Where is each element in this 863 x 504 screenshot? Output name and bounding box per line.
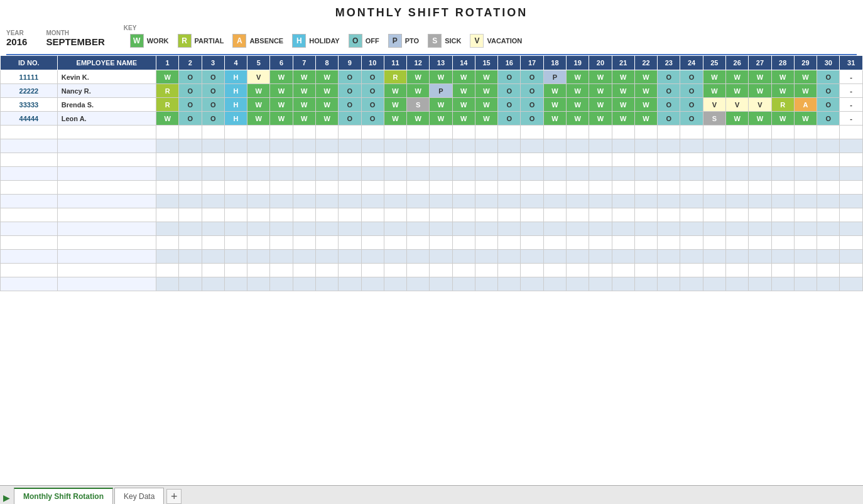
empty-day-9-6[interactable] [293,250,315,264]
empty-day-2-27[interactable] [771,153,794,167]
empty-id-5[interactable] [1,195,58,208]
empty-day-4-6[interactable] [293,181,315,195]
cell-day-2-0[interactable]: R [156,98,178,112]
cell-day-3-7[interactable]: W [315,112,338,126]
cell-day-2-26[interactable]: V [749,98,771,112]
empty-day-11-4[interactable] [247,277,270,291]
empty-day-5-29[interactable] [817,195,840,208]
cell-day-0-17[interactable]: P [543,70,566,84]
empty-day-0-30[interactable] [840,126,863,139]
cell-day-2-18[interactable]: W [567,98,589,112]
cell-day-1-11[interactable]: W [407,84,430,98]
empty-day-7-9[interactable] [361,222,384,236]
empty-day-3-21[interactable] [634,167,657,181]
empty-day-0-1[interactable] [179,126,202,139]
empty-day-6-26[interactable] [749,208,771,222]
cell-day-1-7[interactable]: W [315,84,338,98]
empty-day-3-8[interactable] [339,167,361,181]
cell-day-2-29[interactable]: O [817,98,840,112]
empty-day-1-25[interactable] [726,139,749,153]
cell-day-2-28[interactable]: A [794,98,817,112]
empty-day-7-12[interactable] [430,222,452,236]
cell-day-3-18[interactable]: W [567,112,589,126]
empty-day-10-6[interactable] [293,264,315,277]
empty-day-2-12[interactable] [430,153,452,167]
empty-day-4-7[interactable] [315,181,338,195]
empty-day-6-8[interactable] [339,208,361,222]
empty-day-6-10[interactable] [384,208,406,222]
cell-day-3-13[interactable]: W [452,112,475,126]
empty-day-3-26[interactable] [749,167,771,181]
empty-day-7-8[interactable] [339,222,361,236]
empty-day-11-10[interactable] [384,277,406,291]
empty-day-11-14[interactable] [475,277,497,291]
empty-day-1-0[interactable] [156,139,178,153]
cell-day-1-14[interactable]: W [475,84,497,98]
empty-day-10-4[interactable] [247,264,270,277]
empty-day-4-23[interactable] [680,181,703,195]
empty-day-8-0[interactable] [156,236,178,250]
empty-day-1-22[interactable] [658,139,680,153]
empty-day-4-9[interactable] [361,181,384,195]
empty-day-9-14[interactable] [475,250,497,264]
empty-day-8-1[interactable] [179,236,202,250]
empty-day-3-18[interactable] [567,167,589,181]
empty-day-4-4[interactable] [247,181,270,195]
empty-day-10-8[interactable] [339,264,361,277]
cell-day-0-21[interactable]: W [634,70,657,84]
empty-day-2-13[interactable] [452,153,475,167]
empty-day-8-13[interactable] [452,236,475,250]
empty-day-9-15[interactable] [498,250,521,264]
empty-day-5-4[interactable] [247,195,270,208]
empty-day-10-29[interactable] [817,264,840,277]
empty-day-0-20[interactable] [612,126,634,139]
empty-day-3-25[interactable] [726,167,749,181]
cell-day-1-18[interactable]: W [567,84,589,98]
empty-day-5-12[interactable] [430,195,452,208]
cell-day-0-23[interactable]: O [680,70,703,84]
empty-name-9[interactable] [57,250,156,264]
empty-day-9-28[interactable] [794,250,817,264]
empty-name-8[interactable] [57,236,156,250]
empty-day-5-7[interactable] [315,195,338,208]
empty-day-1-17[interactable] [543,139,566,153]
tab-monthly-shift-rotation[interactable]: Monthly Shift Rotation [14,488,113,504]
empty-day-1-10[interactable] [384,139,406,153]
empty-day-1-28[interactable] [794,139,817,153]
cell-day-3-20[interactable]: W [612,112,634,126]
empty-day-0-4[interactable] [247,126,270,139]
empty-name-3[interactable] [57,167,156,181]
empty-day-10-24[interactable] [703,264,725,277]
empty-name-5[interactable] [57,195,156,208]
empty-day-6-4[interactable] [247,208,270,222]
cell-day-0-3[interactable]: H [224,70,247,84]
cell-day-2-10[interactable]: W [384,98,406,112]
cell-day-3-24[interactable]: S [703,112,725,126]
empty-day-9-3[interactable] [224,250,247,264]
empty-day-5-5[interactable] [270,195,293,208]
empty-day-7-28[interactable] [794,222,817,236]
empty-day-7-29[interactable] [817,222,840,236]
empty-day-8-12[interactable] [430,236,452,250]
empty-day-4-18[interactable] [567,181,589,195]
cell-day-2-16[interactable]: O [521,98,543,112]
cell-day-3-19[interactable]: W [589,112,612,126]
empty-day-3-16[interactable] [521,167,543,181]
empty-day-0-25[interactable] [726,126,749,139]
empty-day-8-30[interactable] [840,236,863,250]
empty-day-2-14[interactable] [475,153,497,167]
cell-day-3-25[interactable]: W [726,112,749,126]
empty-day-10-17[interactable] [543,264,566,277]
empty-day-6-1[interactable] [179,208,202,222]
empty-day-3-7[interactable] [315,167,338,181]
cell-day-0-16[interactable]: O [521,70,543,84]
cell-day-1-25[interactable]: W [726,84,749,98]
empty-day-10-25[interactable] [726,264,749,277]
empty-day-4-16[interactable] [521,181,543,195]
empty-day-6-27[interactable] [771,208,794,222]
cell-day-0-29[interactable]: O [817,70,840,84]
empty-day-9-25[interactable] [726,250,749,264]
empty-day-3-20[interactable] [612,167,634,181]
empty-day-6-22[interactable] [658,208,680,222]
empty-day-7-30[interactable] [840,222,863,236]
